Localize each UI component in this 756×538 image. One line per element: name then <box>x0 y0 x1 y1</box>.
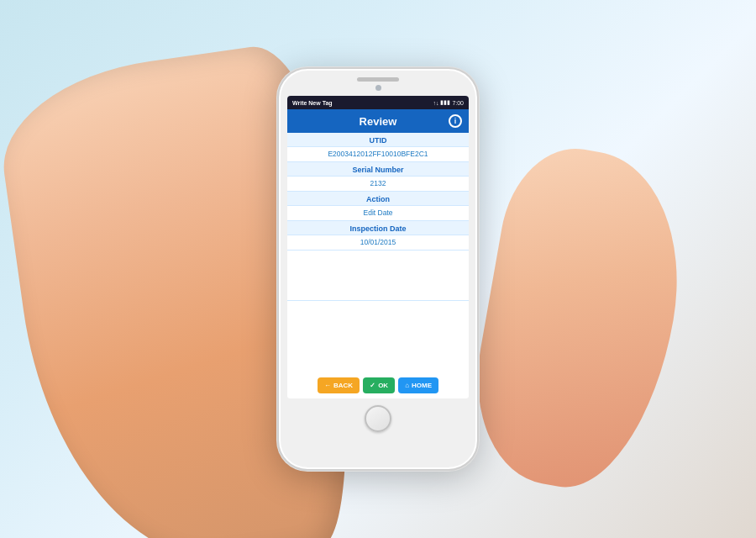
inspection-date-value: 10/01/2015 <box>287 235 469 250</box>
phone-top <box>279 69 477 91</box>
back-button[interactable]: ← BACK <box>318 377 360 393</box>
signal-icon: ↑↓ <box>433 100 438 106</box>
content-area: UTID E2003412012FF10010BFE2C1 Serial Num… <box>287 133 469 372</box>
serial-value: 2132 <box>287 177 469 191</box>
ok-label: OK <box>378 382 388 389</box>
phone-camera <box>375 85 381 91</box>
back-icon: ← <box>324 382 331 389</box>
app-header: Review i <box>287 109 469 133</box>
phone-speaker <box>357 77 399 82</box>
home-button[interactable]: ⌂ HOME <box>398 377 438 393</box>
utid-label: UTID <box>287 133 469 147</box>
serial-label: Serial Number <box>287 162 469 177</box>
battery-icon: ▮▮▮ <box>440 99 450 106</box>
phone-home-button[interactable] <box>365 405 391 432</box>
inspection-date-label: Inspection Date <box>287 221 469 235</box>
back-label: BACK <box>333 382 353 389</box>
home-label: HOME <box>412 382 432 389</box>
ok-button[interactable]: ✓ OK <box>363 377 395 393</box>
status-bar-icons: ↑↓ ▮▮▮ 7:00 <box>433 99 464 106</box>
scene: Write New Tag ↑↓ ▮▮▮ 7:00 Review i <box>0 0 756 538</box>
phone-screen: Write New Tag ↑↓ ▮▮▮ 7:00 Review i <box>287 96 469 398</box>
time-display: 7:00 <box>452 100 464 106</box>
inspection-date-row: Inspection Date 10/01/2015 <box>287 221 469 251</box>
status-bar: Write New Tag ↑↓ ▮▮▮ 7:00 <box>287 96 469 109</box>
phone-wrapper: Write New Tag ↑↓ ▮▮▮ 7:00 Review i <box>277 67 479 471</box>
status-bar-title: Write New Tag <box>292 100 333 106</box>
home-icon: ⌂ <box>405 382 409 389</box>
phone: Write New Tag ↑↓ ▮▮▮ 7:00 Review i <box>277 67 479 471</box>
action-label: Action <box>287 192 469 206</box>
info-icon[interactable]: i <box>449 114 462 128</box>
utid-row: UTID E2003412012FF10010BFE2C1 <box>287 133 469 162</box>
action-value: Edit Date <box>287 206 469 220</box>
ok-icon: ✓ <box>370 382 375 389</box>
action-row: Action Edit Date <box>287 192 469 221</box>
empty-row <box>287 251 469 301</box>
header-title: Review <box>360 115 397 128</box>
utid-value: E2003412012FF10010BFE2C1 <box>287 147 469 161</box>
action-buttons: ← BACK ✓ OK ⌂ HOME <box>287 372 469 398</box>
serial-row: Serial Number 2132 <box>287 162 469 192</box>
